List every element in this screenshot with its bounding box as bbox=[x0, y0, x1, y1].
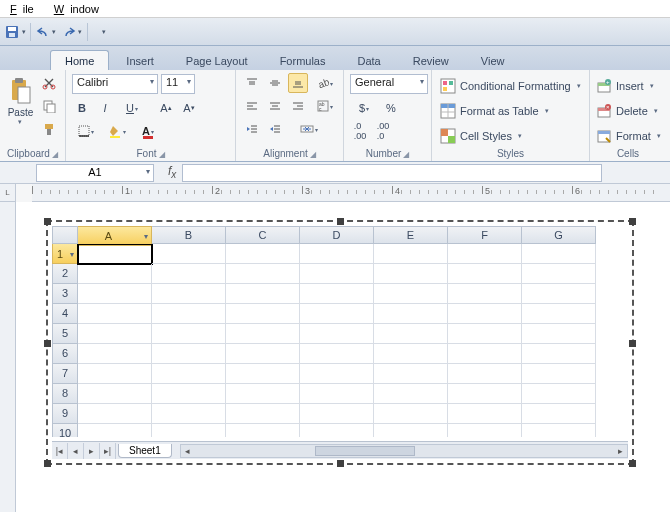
font-name-select[interactable]: Calibri bbox=[72, 74, 158, 94]
cell[interactable] bbox=[78, 364, 152, 384]
cell[interactable] bbox=[300, 364, 374, 384]
wrap-text-button[interactable]: abc bbox=[311, 96, 339, 116]
cell[interactable] bbox=[522, 424, 596, 437]
resize-handle[interactable] bbox=[44, 340, 51, 347]
cell[interactable] bbox=[522, 324, 596, 344]
cell[interactable] bbox=[448, 304, 522, 324]
cell[interactable] bbox=[522, 384, 596, 404]
cell[interactable] bbox=[226, 284, 300, 304]
cell[interactable] bbox=[448, 324, 522, 344]
increase-decimal-button[interactable]: .0.00 bbox=[350, 121, 370, 141]
resize-handle[interactable] bbox=[629, 340, 636, 347]
cell[interactable] bbox=[522, 244, 596, 264]
cell[interactable] bbox=[300, 424, 374, 437]
cell[interactable] bbox=[226, 424, 300, 437]
cut-button[interactable] bbox=[39, 73, 59, 93]
tab-data[interactable]: Data bbox=[342, 50, 395, 70]
conditional-formatting-button[interactable]: Conditional Formatting bbox=[438, 75, 583, 97]
select-all-corner[interactable] bbox=[52, 226, 78, 244]
resize-handle[interactable] bbox=[629, 218, 636, 225]
cell[interactable] bbox=[78, 284, 152, 304]
number-dialog-launcher[interactable]: ◢ bbox=[403, 150, 409, 159]
cell[interactable] bbox=[522, 284, 596, 304]
clipboard-dialog-launcher[interactable]: ◢ bbox=[52, 150, 58, 159]
cell[interactable] bbox=[522, 264, 596, 284]
cell[interactable] bbox=[374, 404, 448, 424]
column-header[interactable]: C bbox=[226, 226, 300, 244]
save-dropdown[interactable] bbox=[4, 22, 26, 42]
menu-file[interactable]: File bbox=[4, 2, 46, 16]
cell[interactable] bbox=[448, 384, 522, 404]
cell[interactable] bbox=[152, 264, 226, 284]
cell[interactable] bbox=[226, 364, 300, 384]
cell[interactable] bbox=[300, 384, 374, 404]
format-painter-button[interactable] bbox=[39, 119, 59, 139]
cell[interactable] bbox=[374, 304, 448, 324]
cell-styles-button[interactable]: Cell Styles bbox=[438, 125, 583, 147]
cell[interactable] bbox=[226, 304, 300, 324]
cell[interactable] bbox=[522, 344, 596, 364]
decrease-decimal-button[interactable]: .00.0 bbox=[373, 121, 393, 141]
scroll-thumb[interactable] bbox=[315, 446, 415, 456]
cell[interactable] bbox=[78, 324, 152, 344]
font-size-select[interactable]: 11 bbox=[161, 74, 195, 94]
cell[interactable] bbox=[300, 304, 374, 324]
cell[interactable] bbox=[78, 424, 152, 437]
column-header[interactable]: B bbox=[152, 226, 226, 244]
horizontal-ruler[interactable]: 123456 bbox=[32, 184, 670, 202]
cell[interactable] bbox=[448, 264, 522, 284]
decrease-indent-button[interactable] bbox=[242, 119, 262, 139]
cell[interactable] bbox=[152, 344, 226, 364]
document-canvas[interactable]: ABCDEFG 12345678910 |◂ ◂ ▸ ▸| Sheet1 ◂ bbox=[16, 202, 670, 512]
cell[interactable] bbox=[78, 344, 152, 364]
tab-home[interactable]: Home bbox=[50, 50, 109, 70]
cell[interactable] bbox=[448, 364, 522, 384]
sheet-nav-last[interactable]: ▸| bbox=[100, 443, 116, 459]
cell[interactable] bbox=[522, 364, 596, 384]
cell-grid[interactable] bbox=[78, 244, 628, 437]
align-bottom-button[interactable] bbox=[288, 73, 308, 93]
merge-button[interactable] bbox=[295, 119, 323, 139]
cell[interactable] bbox=[78, 304, 152, 324]
underline-button[interactable]: U bbox=[118, 98, 146, 118]
cell[interactable] bbox=[300, 264, 374, 284]
cell[interactable] bbox=[448, 244, 522, 264]
row-header[interactable]: 2 bbox=[52, 264, 78, 284]
cell[interactable] bbox=[300, 324, 374, 344]
row-header[interactable]: 4 bbox=[52, 304, 78, 324]
tab-review[interactable]: Review bbox=[398, 50, 464, 70]
menu-window[interactable]: Window bbox=[48, 2, 111, 16]
row-header[interactable]: 1 bbox=[52, 244, 78, 264]
cell[interactable] bbox=[522, 404, 596, 424]
row-header[interactable]: 6 bbox=[52, 344, 78, 364]
cell[interactable] bbox=[374, 284, 448, 304]
format-cells-button[interactable]: Format bbox=[596, 125, 661, 147]
undo-button[interactable] bbox=[35, 22, 57, 42]
scroll-right[interactable]: ▸ bbox=[613, 446, 627, 456]
row-header[interactable]: 9 bbox=[52, 404, 78, 424]
increase-indent-button[interactable] bbox=[265, 119, 285, 139]
tab-insert[interactable]: Insert bbox=[111, 50, 169, 70]
qat-customize[interactable] bbox=[92, 22, 114, 42]
cell[interactable] bbox=[522, 304, 596, 324]
cell[interactable] bbox=[152, 244, 226, 264]
currency-button[interactable]: $ bbox=[350, 98, 378, 118]
shrink-font-button[interactable]: A▾ bbox=[179, 98, 199, 118]
cell[interactable] bbox=[152, 404, 226, 424]
cell[interactable] bbox=[226, 264, 300, 284]
italic-button[interactable]: I bbox=[95, 98, 115, 118]
vertical-ruler[interactable] bbox=[0, 202, 16, 512]
resize-handle[interactable] bbox=[44, 218, 51, 225]
tab-view[interactable]: View bbox=[466, 50, 520, 70]
sheet-nav-first[interactable]: |◂ bbox=[52, 443, 68, 459]
sheet-nav-next[interactable]: ▸ bbox=[84, 443, 100, 459]
cell[interactable] bbox=[226, 404, 300, 424]
column-header[interactable]: E bbox=[374, 226, 448, 244]
resize-handle[interactable] bbox=[337, 460, 344, 467]
horizontal-scrollbar[interactable]: ◂ ▸ bbox=[180, 444, 628, 458]
redo-button[interactable] bbox=[61, 22, 83, 42]
cell[interactable] bbox=[300, 284, 374, 304]
cell[interactable] bbox=[448, 424, 522, 437]
align-top-button[interactable] bbox=[242, 73, 262, 93]
alignment-dialog-launcher[interactable]: ◢ bbox=[310, 150, 316, 159]
